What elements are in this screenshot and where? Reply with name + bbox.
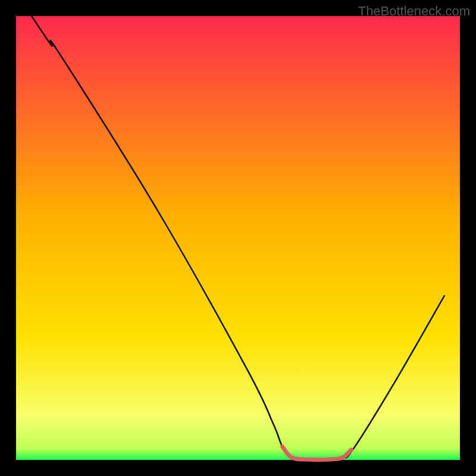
plot-background	[16, 16, 460, 460]
watermark-text: TheBottleneck.com	[358, 4, 470, 19]
chart-frame: TheBottleneck.com	[0, 0, 476, 476]
bottleneck-chart	[0, 0, 476, 476]
